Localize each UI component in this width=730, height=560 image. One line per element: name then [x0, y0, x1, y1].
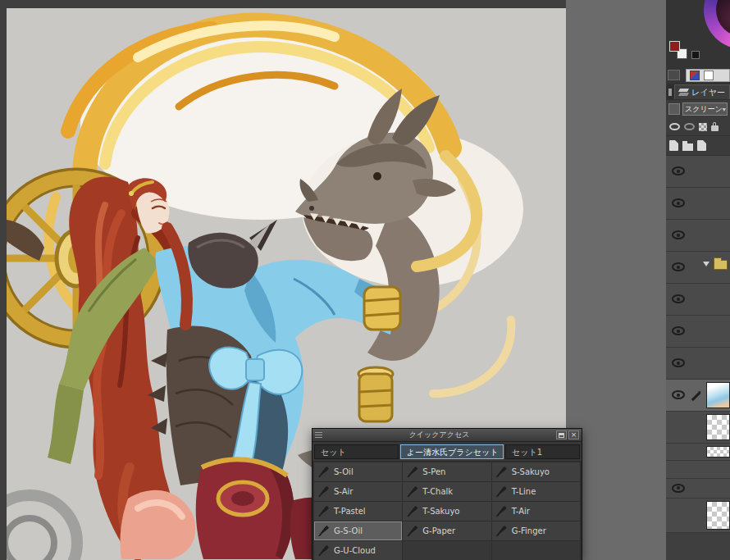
layer-row[interactable] — [666, 188, 730, 220]
brush-button[interactable]: G-U-Cloud — [314, 541, 402, 560]
brush-label: T-Air — [512, 507, 530, 516]
brush-label: T-Pastel — [334, 507, 366, 516]
layer-row[interactable] — [666, 380, 730, 412]
brush-icon — [318, 506, 329, 517]
layer-row[interactable] — [666, 316, 730, 348]
brush-label: G-Paper — [422, 526, 455, 535]
app-window: レイヤー スクリーン ▾ クイックアクセス — [0, 0, 730, 560]
layer-row[interactable] — [666, 499, 730, 533]
brush-label: S-Air — [334, 487, 353, 496]
layer-visibility-icon[interactable] — [672, 166, 685, 175]
brush-button[interactable]: T-Pastel — [314, 502, 402, 521]
layer-visibility-icon[interactable] — [672, 358, 685, 367]
blend-mode-value: スクリーン — [685, 104, 723, 115]
brush-button[interactable]: G-Paper — [403, 521, 490, 540]
layer-row[interactable] — [666, 348, 730, 380]
quick-access-tabs: セット よー清水氏ブラシセット セット1 — [313, 442, 582, 461]
window-grip-icon — [315, 432, 322, 438]
brush-button[interactable]: S-Sakuyo — [492, 462, 580, 481]
layer-row[interactable] — [666, 252, 730, 284]
layer-visibility-icon[interactable] — [672, 294, 685, 303]
brush-icon — [496, 526, 507, 536]
brush-icon — [407, 467, 417, 477]
tab-set1[interactable]: セット1 — [505, 444, 580, 459]
brush-icon — [318, 467, 329, 477]
quick-access-window[interactable]: クイックアクセス × セット よー清水氏ブラシセット セット1 S-Oil S-… — [312, 428, 582, 560]
brush-button[interactable]: T-Line — [492, 482, 580, 501]
brush-label: S-Sakuyo — [512, 467, 550, 476]
brush-button[interactable]: S-Air — [314, 482, 402, 501]
layer-thumbnail[interactable] — [706, 414, 730, 440]
layer-visibility-icon[interactable] — [672, 390, 685, 399]
layer-thumbnail[interactable] — [706, 382, 730, 408]
transparency-checker-icon[interactable] — [699, 123, 707, 131]
layer-row[interactable] — [666, 220, 730, 252]
layer-visibility-icon[interactable] — [672, 198, 685, 207]
layer-visibility-icon[interactable] — [672, 230, 685, 239]
paper-color-icon[interactable] — [704, 71, 714, 80]
panel-grip-icon[interactable] — [668, 89, 672, 96]
layer-settings-row — [666, 118, 730, 136]
quick-access-title: クイックアクセス — [324, 430, 554, 440]
brush-icon — [496, 486, 507, 497]
duplicate-layer-icon[interactable] — [697, 140, 706, 151]
close-button[interactable]: × — [568, 430, 579, 439]
edit-pencil-icon — [691, 392, 700, 401]
brush-label: S-Oil — [334, 467, 354, 476]
folder-icon — [714, 260, 728, 270]
lock-icon[interactable] — [711, 125, 719, 131]
layer-row[interactable] — [666, 412, 730, 444]
color-panel — [666, 0, 730, 84]
layer-panel-title: レイヤー — [691, 87, 725, 98]
brush-label: G-Finger — [512, 526, 546, 535]
transparent-color-swatch[interactable] — [691, 51, 700, 59]
layer-row[interactable] — [666, 444, 730, 461]
brush-button[interactable]: T-Air — [492, 502, 580, 521]
tab-set[interactable]: セット — [314, 444, 399, 459]
color-wheel[interactable] — [704, 0, 730, 49]
layer-thumbnail[interactable] — [706, 501, 730, 530]
layer-row[interactable] — [666, 461, 730, 479]
layer-row[interactable] — [666, 479, 730, 499]
tab-layers[interactable]: レイヤー — [674, 84, 730, 99]
fill-oval-icon[interactable] — [684, 123, 695, 130]
brush-button[interactable]: G-Finger — [492, 521, 580, 540]
color-set-icon[interactable] — [690, 71, 700, 80]
new-folder-icon[interactable] — [682, 143, 693, 151]
main-color-swatch[interactable] — [669, 41, 680, 52]
layer-visibility-icon[interactable] — [672, 484, 685, 493]
quick-access-titlebar[interactable]: クイックアクセス × — [313, 429, 582, 442]
folder-expand-icon[interactable] — [703, 262, 709, 266]
brush-button[interactable]: S-Oil — [314, 462, 402, 481]
panel-toggle-button[interactable] — [668, 70, 680, 80]
layer-row[interactable] — [666, 284, 730, 316]
layer-panel-header: レイヤー — [666, 84, 730, 100]
brush-grid: S-Oil S-Pen S-Sakuyo S-Air T-Chalk T-Lin… — [313, 461, 582, 560]
layer-thumbnail[interactable] — [706, 446, 730, 458]
brush-label: G-U-Cloud — [334, 546, 376, 555]
brush-icon — [496, 506, 507, 517]
panel-window-icon — [559, 433, 564, 438]
brush-slot-empty — [403, 541, 490, 560]
brush-button[interactable]: T-Sakuyo — [403, 502, 490, 521]
layer-list — [666, 156, 730, 560]
chevron-down-icon: ▾ — [723, 106, 726, 113]
layer-actions-row — [666, 136, 730, 156]
opacity-oval-icon[interactable] — [669, 123, 680, 130]
new-layer-icon[interactable] — [669, 140, 678, 151]
brush-icon — [318, 486, 329, 497]
layer-color-chip[interactable] — [668, 103, 680, 115]
layer-row[interactable] — [666, 156, 730, 188]
tab-yoshimizu-brush-set[interactable]: よー清水氏ブラシセット — [400, 444, 504, 459]
blend-mode-select[interactable]: スクリーン ▾ — [682, 102, 728, 116]
brush-icon — [318, 545, 329, 556]
brush-slot-empty — [492, 541, 580, 560]
layer-visibility-icon[interactable] — [672, 262, 685, 271]
brush-button[interactable]: T-Chalk — [403, 482, 490, 501]
layer-visibility-icon[interactable] — [672, 326, 685, 335]
brush-label: T-Sakuyo — [422, 507, 459, 516]
brush-button[interactable]: S-Pen — [403, 462, 490, 481]
window-menu-button[interactable] — [556, 430, 567, 439]
blend-mode-row: スクリーン ▾ — [666, 100, 730, 118]
brush-button-selected[interactable]: G-S-Oil — [314, 521, 402, 540]
